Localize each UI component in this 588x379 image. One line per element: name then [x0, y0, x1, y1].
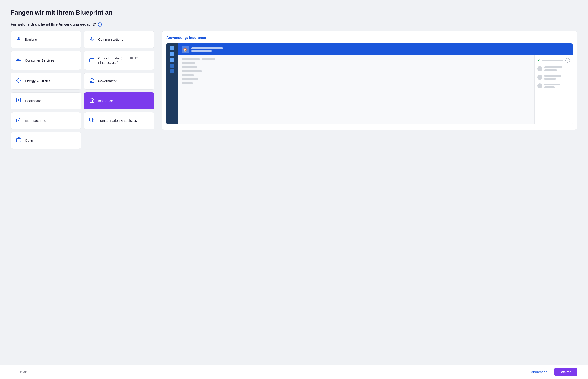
sidebar-sq-2	[170, 52, 174, 56]
svg-rect-1	[16, 41, 21, 41]
other-icon	[15, 137, 22, 144]
content-area: Banking Communications Consumer Services	[11, 31, 577, 149]
bar-s1a	[544, 66, 562, 68]
next-button[interactable]: Weiter	[554, 368, 577, 376]
industry-card-other[interactable]: Other	[11, 132, 81, 149]
list-bar-1b	[202, 58, 215, 60]
svg-rect-3	[89, 59, 94, 62]
banking-icon	[15, 36, 22, 43]
other-label: Other	[25, 138, 33, 143]
bar-s1b	[544, 69, 557, 71]
sidebar-sq-3	[170, 58, 174, 62]
list-bar-6a	[182, 79, 198, 80]
svg-rect-11	[16, 139, 21, 142]
energy-label: Energy & Utilities	[25, 79, 50, 83]
government-label: Government	[98, 79, 117, 83]
circle-row-2	[537, 75, 570, 80]
header-bar-1	[191, 47, 223, 49]
mockup-header: 🏠	[178, 43, 573, 55]
industry-grid-area: Banking Communications Consumer Services	[11, 31, 154, 149]
home-icon: 🏠	[182, 46, 189, 53]
cross-industry-label: Cross Industry (e.g. HR, IT, Finance, et…	[98, 56, 150, 65]
svg-point-0	[18, 37, 19, 39]
industry-card-manufacturing[interactable]: Manufacturing	[11, 112, 81, 129]
insurance-icon	[89, 97, 95, 104]
svg-point-10	[93, 121, 94, 122]
bar-s2b	[544, 78, 556, 80]
list-row-5	[182, 74, 531, 76]
gray-circle-3	[537, 83, 542, 88]
list-row-3	[182, 66, 531, 68]
list-row-7	[182, 82, 531, 84]
transport-icon	[89, 117, 95, 124]
header-bars	[191, 47, 569, 52]
healthcare-label: Healthcare	[25, 99, 41, 103]
section-label: Für welche Branche ist Ihre Anwendung ge…	[11, 22, 577, 27]
check-icon: ✓	[537, 59, 540, 62]
preview-title: Anwendung: Insurance	[166, 36, 573, 40]
mockup-main: 🏠	[178, 43, 573, 124]
gray-circle-1	[537, 66, 542, 71]
sidebar-sq-4	[170, 63, 174, 68]
industry-card-banking[interactable]: Banking	[11, 31, 81, 48]
list-bar-1a	[182, 58, 200, 60]
consumer-services-label: Consumer Services	[25, 58, 54, 63]
sidebar-sq-5	[170, 69, 174, 74]
cancel-button[interactable]: Abbrechen	[529, 368, 549, 376]
info-icon[interactable]: i	[98, 22, 102, 27]
svg-point-9	[90, 121, 91, 122]
industry-card-consumer-services[interactable]: Consumer Services	[11, 51, 81, 70]
manufacturing-icon	[15, 117, 22, 124]
transport-label: Transportation & Logistics	[98, 118, 137, 123]
insurance-label: Insurance	[98, 99, 113, 103]
gray-circle-2	[537, 75, 542, 80]
footer: Zurück Abbrechen Weiter	[0, 365, 588, 379]
chevron-right-icon: ›	[565, 58, 570, 63]
circle-row-1	[537, 66, 570, 71]
industry-card-energy[interactable]: Energy & Utilities	[11, 73, 81, 90]
right-check-row: ✓ ›	[537, 58, 570, 63]
mockup-right-panel: ✓ ›	[534, 55, 573, 124]
industry-grid: Banking Communications Consumer Services	[11, 31, 154, 149]
mockup-sidebar	[166, 43, 178, 124]
back-button[interactable]: Zurück	[11, 367, 32, 376]
svg-point-2	[17, 58, 19, 60]
circle-row-3	[537, 83, 570, 88]
svg-rect-8	[89, 118, 93, 121]
banking-label: Banking	[25, 37, 37, 42]
list-row-6	[182, 79, 531, 80]
mockup-body: ✓ ›	[178, 55, 573, 124]
header-bar-2	[191, 50, 212, 52]
industry-card-insurance[interactable]: Insurance	[84, 92, 154, 110]
energy-icon	[15, 78, 22, 84]
industry-card-communications[interactable]: Communications	[84, 31, 154, 48]
check-bar	[542, 60, 563, 61]
manufacturing-label: Manufacturing	[25, 118, 46, 123]
bar-stack-2	[544, 75, 570, 80]
government-icon	[89, 78, 95, 84]
industry-card-cross-industry[interactable]: Cross Industry (e.g. HR, IT, Finance, et…	[84, 51, 154, 70]
list-bar-3a	[182, 66, 197, 68]
cross-industry-icon	[89, 57, 95, 64]
sidebar-sq-1	[170, 46, 174, 50]
industry-card-healthcare[interactable]: Healthcare	[11, 92, 81, 110]
list-row-1	[182, 58, 531, 60]
page-title: Fangen wir mit Ihrem Blueprint an	[11, 9, 577, 16]
bar-s2a	[544, 75, 561, 77]
industry-card-transport[interactable]: Transportation & Logistics	[84, 112, 154, 129]
bar-s3a	[544, 84, 560, 85]
healthcare-icon	[15, 97, 22, 104]
preview-mockup: 🏠	[166, 43, 573, 124]
industry-card-government[interactable]: Government	[84, 73, 154, 90]
list-row-2	[182, 62, 531, 64]
list-bar-7a	[182, 82, 193, 84]
preview-panel: Anwendung: Insurance 🏠	[162, 31, 577, 130]
list-bar-4a	[182, 70, 202, 72]
list-row-4	[182, 70, 531, 72]
consumer-services-icon	[15, 57, 22, 64]
footer-right: Abbrechen Weiter	[529, 368, 577, 376]
bar-stack-3	[544, 84, 570, 88]
list-bar-2a	[182, 62, 195, 64]
communications-label: Communications	[98, 37, 123, 42]
mockup-list	[178, 55, 534, 124]
